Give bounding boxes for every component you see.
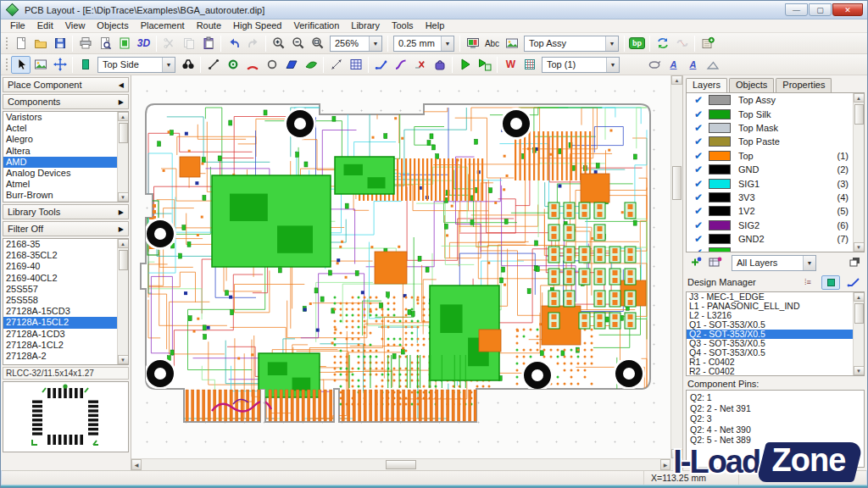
layer-row[interactable]: ✔	[687, 246, 864, 252]
filter-header[interactable]: Filter Off ▶	[3, 221, 129, 236]
arc-tool-button[interactable]	[242, 56, 262, 74]
layer-color-swatch[interactable]	[709, 206, 731, 216]
layer-row[interactable]: ✔Top Paste	[687, 135, 864, 148]
expand-components-icon[interactable]: ▶	[119, 98, 124, 106]
cut-button[interactable]	[159, 35, 179, 53]
menu-placement[interactable]: Placement	[135, 19, 191, 32]
list-item[interactable]: Altera	[3, 146, 128, 157]
layer-row[interactable]: ✔Top Mask	[687, 121, 864, 135]
drc-button[interactable]: W	[500, 56, 520, 74]
open-button[interactable]	[31, 35, 50, 53]
zoom-in-button[interactable]	[269, 35, 288, 53]
scroll-up-icon[interactable]: ▲	[118, 239, 129, 248]
scroll-up-icon[interactable]: ▲	[118, 112, 129, 121]
menu-edit[interactable]: Edit	[31, 19, 59, 32]
net-compare-button[interactable]	[520, 56, 539, 74]
place-component-header[interactable]: Place Component ◀	[3, 77, 129, 92]
toolbar-grip[interactable]	[5, 58, 8, 72]
list-item[interactable]: 27128A-15CD3	[3, 306, 128, 317]
scroll-down-icon[interactable]: ▼	[118, 192, 129, 202]
list-item[interactable]: 27128A-1CD3	[3, 329, 128, 340]
scroll-thumb[interactable]	[119, 123, 128, 143]
list-item[interactable]: 27128A-15CL2	[3, 317, 128, 328]
layer-visibility-checkbox[interactable]: ✔	[688, 233, 709, 245]
layer-row[interactable]: ✔Top(1)	[687, 149, 864, 163]
scroll-thumb[interactable]	[119, 250, 128, 270]
list-item[interactable]: Q2: 2 - Net 391	[687, 403, 864, 414]
circle-tool-button[interactable]	[262, 56, 281, 74]
list-item[interactable]: Alegro	[3, 134, 128, 145]
canvas-vertical-scrollbar[interactable]: ▲ ▼	[670, 75, 682, 458]
layer-visibility-checkbox[interactable]: ✔	[688, 247, 709, 252]
placement-side-button[interactable]	[75, 56, 95, 74]
unroute-button[interactable]	[410, 56, 430, 74]
layer-row[interactable]: ✔Top Assy	[687, 93, 864, 107]
dm-sort-icon[interactable]: ⁞≡	[798, 275, 817, 290]
net-package-button[interactable]	[430, 56, 449, 74]
undo-button[interactable]	[224, 35, 243, 53]
disconnect-button[interactable]	[672, 35, 692, 53]
collapse-panel-icon[interactable]: ◀	[119, 81, 124, 89]
layer-visibility-checkbox[interactable]: ✔	[688, 164, 709, 175]
layer-visibility-checkbox[interactable]: ✔	[688, 108, 709, 120]
layer-row[interactable]: ✔SIG2(6)	[687, 219, 864, 232]
menu-file[interactable]: File	[4, 19, 31, 32]
list-item[interactable]: 27128A-2	[3, 351, 128, 362]
list-item[interactable]: Varistors	[3, 112, 128, 123]
layer-row[interactable]: ✔SIG1(3)	[687, 176, 864, 190]
autoroute-setup-button[interactable]	[475, 56, 494, 74]
list-scrollbar[interactable]: ▲▼	[853, 292, 864, 375]
via-tool-button[interactable]	[223, 56, 242, 74]
minimize-button[interactable]: —	[785, 3, 808, 16]
side-select[interactable]: Top Side▼	[97, 57, 175, 73]
scroll-down-icon[interactable]: ▼	[671, 449, 682, 458]
polygon-tool-button[interactable]	[281, 56, 301, 74]
paste-button[interactable]	[198, 35, 218, 53]
print-button[interactable]	[75, 35, 95, 53]
scroll-up-icon[interactable]: ▲	[854, 93, 865, 103]
dropdown-arrow-icon[interactable]: ▼	[605, 36, 618, 51]
layer-color-swatch[interactable]	[709, 123, 731, 133]
menu-library[interactable]: Library	[345, 19, 386, 32]
layer-setup-icon[interactable]	[709, 257, 722, 269]
list-item[interactable]: 2169-40CL2	[3, 273, 128, 284]
layer-row[interactable]: ✔1V2(5)	[687, 204, 864, 218]
list-item[interactable]: Analog Devices	[3, 168, 128, 179]
pcb-canvas[interactable]: ▲ ▼ ◀ ▶	[131, 75, 682, 470]
menu-objects[interactable]: Objects	[91, 19, 134, 32]
layer-visibility-checkbox[interactable]: ✔	[688, 150, 709, 162]
canvas-horizontal-scrollbar[interactable]: ◀ ▶	[131, 458, 670, 470]
move-tool-button[interactable]	[50, 56, 70, 74]
layer-color-swatch[interactable]	[709, 151, 731, 161]
print-preview-button[interactable]	[95, 35, 114, 53]
layer-color-swatch[interactable]	[709, 220, 731, 230]
vertical-scroll-thumb[interactable]	[672, 166, 682, 200]
list-item[interactable]: 25S557	[3, 284, 128, 295]
current-layer-select[interactable]: Top (1)▼	[542, 57, 620, 73]
dropdown-arrow-icon[interactable]: ▼	[369, 36, 381, 51]
components-header[interactable]: Components ▶	[3, 94, 129, 109]
dm-components-toggle[interactable]	[821, 275, 840, 290]
tab-properties[interactable]: Properties	[776, 78, 832, 92]
select-tool-button[interactable]	[11, 56, 31, 74]
layer-visibility-checkbox[interactable]: ✔	[688, 94, 709, 106]
update-components-button[interactable]	[653, 35, 672, 53]
list-item[interactable]: Atmel	[3, 179, 128, 190]
layer-visibility-checkbox[interactable]: ✔	[688, 136, 709, 147]
list-item[interactable]: Burr-Brown	[3, 190, 128, 201]
horizontal-scroll-thumb[interactable]	[386, 460, 416, 469]
fill-tool-button[interactable]	[301, 56, 320, 74]
meander-button[interactable]: A	[683, 56, 703, 74]
list-item[interactable]: Q2: 3	[687, 413, 864, 424]
list-item[interactable]: R2 - C0402	[687, 367, 864, 376]
scroll-down-icon[interactable]: ▼	[118, 355, 129, 364]
layer-visibility-checkbox[interactable]: ✔	[688, 122, 709, 134]
layer-color-swatch[interactable]	[709, 136, 731, 147]
dropdown-arrow-icon[interactable]: ▼	[803, 256, 815, 270]
trace-tool-button[interactable]	[203, 56, 223, 74]
scroll-up-icon[interactable]: ▲	[854, 292, 865, 302]
menu-view[interactable]: View	[59, 19, 92, 32]
expand-library-tools-icon[interactable]: ▶	[119, 208, 124, 216]
zoom-window-button[interactable]	[308, 35, 327, 53]
dropdown-arrow-icon[interactable]: ▼	[441, 36, 453, 51]
